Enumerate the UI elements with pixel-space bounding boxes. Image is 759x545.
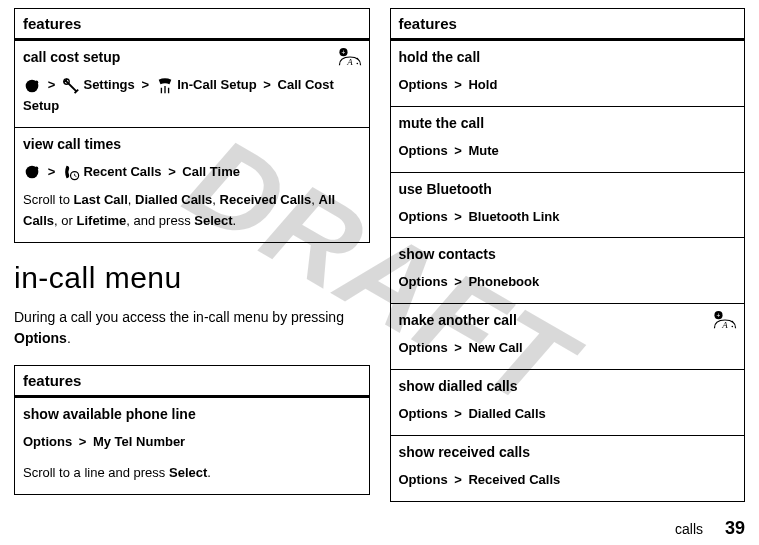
feature-path: Options > New Call bbox=[399, 338, 737, 359]
feature-row-mute: mute the call Options > Mute bbox=[391, 107, 745, 173]
features-table-bottom: features show available phone line Optio… bbox=[14, 365, 370, 495]
scroll-item: Lifetime bbox=[77, 213, 127, 228]
feature-row-new-call: +A make another call Options > New Call bbox=[391, 304, 745, 370]
gt-icon: > bbox=[454, 472, 462, 487]
path-a: Options bbox=[399, 472, 448, 487]
feature-path: Options > Dialled Calls bbox=[399, 404, 737, 425]
path-a: Options bbox=[399, 406, 448, 421]
svg-point-14 bbox=[732, 321, 734, 323]
recent-calls-icon bbox=[62, 163, 80, 181]
feature-row-received: show received calls Options > Received C… bbox=[391, 436, 745, 501]
settings-tools-icon bbox=[62, 77, 80, 95]
svg-point-15 bbox=[732, 326, 734, 328]
scroll-action: Select bbox=[169, 465, 207, 480]
feature-path: Options > My Tel Number bbox=[23, 432, 361, 453]
section-intro: During a call you access the in-call men… bbox=[14, 307, 370, 349]
gt-icon: > bbox=[48, 164, 56, 179]
svg-point-3 bbox=[356, 58, 358, 60]
feature-title: make another call bbox=[399, 312, 737, 328]
path-calltime: Call Time bbox=[182, 164, 240, 179]
scroll-text: Scroll to a line and press bbox=[23, 465, 165, 480]
svg-text:+: + bbox=[341, 49, 345, 56]
gt-icon: > bbox=[79, 434, 87, 449]
feature-path: Options > Hold bbox=[399, 75, 737, 96]
path-incall: In-Call Setup bbox=[177, 77, 256, 92]
svg-point-4 bbox=[356, 63, 358, 65]
svg-point-6 bbox=[35, 80, 39, 84]
center-key-icon bbox=[23, 77, 41, 95]
gt-icon: > bbox=[48, 77, 56, 92]
table-header: features bbox=[15, 366, 369, 398]
path-b: Received Calls bbox=[468, 472, 560, 487]
gt-icon: > bbox=[454, 77, 462, 92]
feature-path: Options > Received Calls bbox=[399, 470, 737, 491]
footer-page-number: 39 bbox=[725, 518, 745, 538]
gt-icon: > bbox=[168, 164, 176, 179]
network-operator-icon: +A bbox=[337, 47, 363, 67]
gt-icon: > bbox=[141, 77, 149, 92]
feature-path: Options > Mute bbox=[399, 141, 737, 162]
footer-section-label: calls bbox=[675, 521, 703, 537]
center-key-icon bbox=[23, 163, 41, 181]
path-b: Hold bbox=[468, 77, 497, 92]
scroll-prefix: Scroll to bbox=[23, 192, 70, 207]
path-a: Options bbox=[399, 209, 448, 224]
path-settings: Settings bbox=[83, 77, 134, 92]
path-b: Mute bbox=[468, 143, 498, 158]
scroll-suffix: , and press bbox=[126, 213, 190, 228]
path-a: Options bbox=[399, 143, 448, 158]
feature-path: Options > Bluetooth Link bbox=[399, 207, 737, 228]
feature-path: > Settings > In-Call Setup > Call Cost S… bbox=[23, 75, 361, 117]
path-recent: Recent Calls bbox=[83, 164, 161, 179]
section-heading-incall-menu: in-call menu bbox=[14, 261, 370, 295]
scroll-item: Received Calls bbox=[220, 192, 312, 207]
feature-title: call cost setup bbox=[23, 49, 361, 65]
table-header: features bbox=[391, 9, 745, 41]
feature-instruction: Scroll to Last Call, Dialled Calls, Rece… bbox=[23, 190, 361, 232]
left-column: features +A call cost setup > Settings >… bbox=[14, 8, 370, 520]
path-a: Options bbox=[399, 274, 448, 289]
feature-title: mute the call bbox=[399, 115, 737, 131]
path-b: New Call bbox=[468, 340, 522, 355]
right-column: features hold the call Options > Hold mu… bbox=[390, 8, 746, 520]
path-options: Options bbox=[23, 434, 72, 449]
features-table-right: features hold the call Options > Hold mu… bbox=[390, 8, 746, 502]
network-operator-icon: +A bbox=[712, 310, 738, 330]
gt-icon: > bbox=[454, 209, 462, 224]
intro-options: Options bbox=[14, 330, 67, 346]
svg-point-9 bbox=[35, 167, 39, 171]
feature-row-hold: hold the call Options > Hold bbox=[391, 41, 745, 107]
feature-instruction: Scroll to a line and press Select. bbox=[23, 463, 361, 484]
gt-icon: > bbox=[454, 274, 462, 289]
feature-title: show dialled calls bbox=[399, 378, 737, 394]
svg-text:+: + bbox=[717, 312, 721, 319]
gt-icon: > bbox=[263, 77, 271, 92]
page-footer: calls 39 bbox=[675, 518, 745, 539]
table-header: features bbox=[15, 9, 369, 41]
path-b: Dialled Calls bbox=[468, 406, 545, 421]
feature-row-call-cost-setup: +A call cost setup > Settings > In-Call … bbox=[15, 41, 369, 128]
feature-title: use Bluetooth bbox=[399, 181, 737, 197]
path-b: Bluetooth Link bbox=[468, 209, 559, 224]
feature-title: show received calls bbox=[399, 444, 737, 460]
feature-title: show contacts bbox=[399, 246, 737, 262]
path-a: Options bbox=[399, 77, 448, 92]
feature-row-phone-line: show available phone line Options > My T… bbox=[15, 398, 369, 494]
incall-icon bbox=[156, 77, 174, 95]
path-a: Options bbox=[399, 340, 448, 355]
feature-path: Options > Phonebook bbox=[399, 272, 737, 293]
path-mytel: My Tel Number bbox=[93, 434, 185, 449]
feature-row-view-call-times: view call times > Recent Calls > Call Ti… bbox=[15, 128, 369, 242]
scroll-action: Select bbox=[194, 213, 232, 228]
feature-row-dialled: show dialled calls Options > Dialled Cal… bbox=[391, 370, 745, 436]
feature-path: > Recent Calls > Call Time bbox=[23, 162, 361, 183]
scroll-item: Last Call bbox=[74, 192, 128, 207]
intro-text: During a call you access the in-call men… bbox=[14, 309, 344, 325]
scroll-or: or bbox=[61, 213, 73, 228]
scroll-item: Dialled Calls bbox=[135, 192, 212, 207]
gt-icon: > bbox=[454, 143, 462, 158]
path-b: Phonebook bbox=[468, 274, 539, 289]
gt-icon: > bbox=[454, 340, 462, 355]
feature-title: view call times bbox=[23, 136, 361, 152]
feature-title: hold the call bbox=[399, 49, 737, 65]
